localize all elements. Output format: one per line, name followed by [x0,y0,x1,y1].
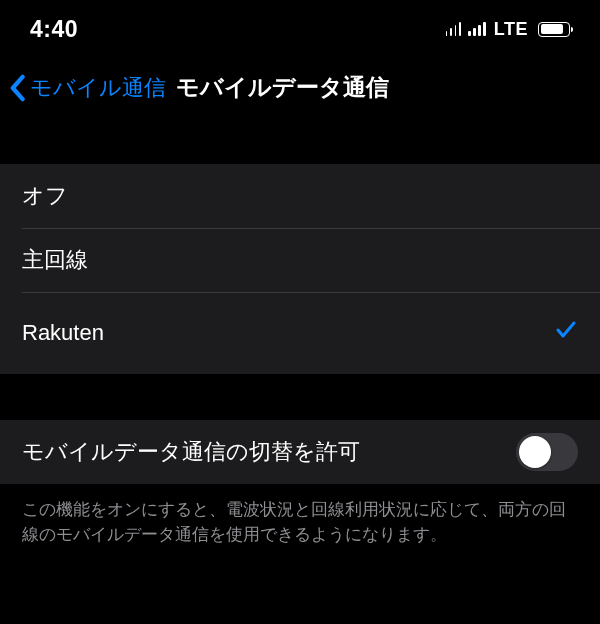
allow-switching-row: モバイルデータ通信の切替を許可 [0,420,600,484]
chevron-left-icon [8,74,26,102]
data-line-options: オフ 主回線 Rakuten [0,164,600,374]
allow-switching-toggle[interactable] [516,433,578,471]
signal-secondary-icon [446,22,462,36]
footer-description: この機能をオンにすると、電波状況と回線利用状況に応じて、両方の回線のモバイルデー… [0,484,600,547]
page-title: モバイルデータ通信 [176,72,389,103]
back-label: モバイル通信 [30,73,166,103]
status-bar: 4:40 LTE [0,0,600,58]
status-right: LTE [446,19,570,40]
option-rakuten[interactable]: Rakuten [0,292,600,374]
nav-bar: モバイル通信 モバイルデータ通信 [0,58,600,118]
option-label: オフ [22,181,578,211]
toggle-label: モバイルデータ通信の切替を許可 [22,437,516,467]
back-button[interactable]: モバイル通信 [8,73,166,103]
switch-knob [519,436,551,468]
battery-icon [538,22,570,37]
status-time: 4:40 [30,16,78,43]
network-type-label: LTE [494,19,528,40]
option-label: 主回線 [22,245,578,275]
option-off[interactable]: オフ [0,164,600,228]
signal-primary-icon [468,22,486,36]
option-label: Rakuten [22,320,554,346]
checkmark-icon [554,318,578,348]
option-primary[interactable]: 主回線 [0,228,600,292]
